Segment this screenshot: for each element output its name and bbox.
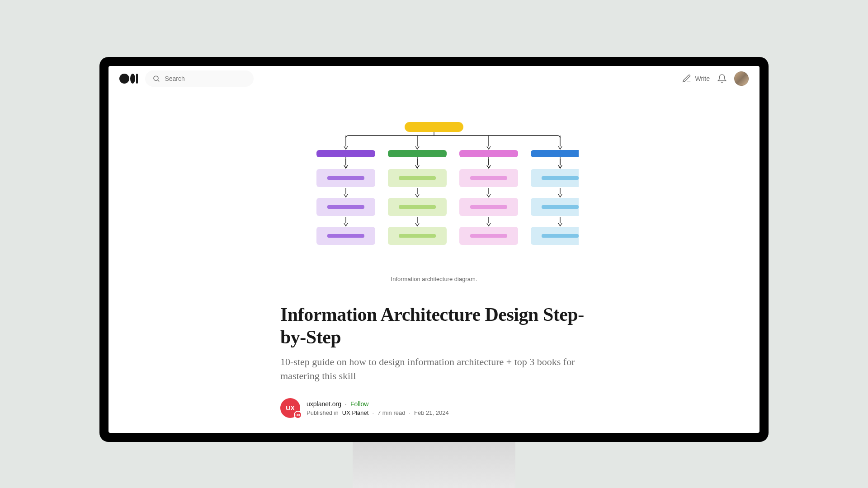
svg-rect-18 <box>327 176 364 180</box>
svg-rect-13 <box>388 150 447 157</box>
svg-rect-30 <box>327 205 364 209</box>
svg-rect-2 <box>405 122 463 132</box>
author-avatar-badge: UX <box>294 411 302 419</box>
svg-rect-45 <box>399 234 436 238</box>
svg-rect-27 <box>542 176 579 180</box>
article-title: Information Architecture Design Step-by-… <box>280 303 588 349</box>
read-time: 7 min read <box>377 409 405 416</box>
author-meta: uxplanet.org · Follow Published in UX Pl… <box>307 400 449 416</box>
search-icon <box>152 74 160 83</box>
ia-diagram-svg <box>289 118 579 254</box>
svg-rect-21 <box>399 176 436 180</box>
svg-rect-48 <box>470 234 507 238</box>
screen: Write Information architecture diagram. … <box>108 66 760 433</box>
svg-rect-51 <box>542 234 579 238</box>
svg-line-1 <box>158 80 159 81</box>
hero-diagram: Information architecture diagram. <box>289 118 579 282</box>
monitor-stand <box>353 442 515 488</box>
search-box[interactable] <box>145 70 254 87</box>
publication-link[interactable]: UX Planet <box>342 409 369 416</box>
notifications-icon[interactable] <box>717 74 727 84</box>
svg-rect-14 <box>459 150 518 157</box>
monitor-frame: Write Information architecture diagram. … <box>99 57 769 442</box>
hero-caption: Information architecture diagram. <box>289 276 579 282</box>
author-avatar[interactable]: UX UX <box>280 398 300 418</box>
publish-date: Feb 21, 2024 <box>414 409 449 416</box>
svg-rect-33 <box>399 205 436 209</box>
medium-logo[interactable] <box>119 74 138 84</box>
svg-point-0 <box>154 76 158 80</box>
write-label: Write <box>695 75 710 82</box>
article-subtitle: 10-step guide on how to design informati… <box>280 355 588 383</box>
svg-rect-42 <box>327 234 364 238</box>
follow-button[interactable]: Follow <box>350 400 368 408</box>
user-avatar[interactable] <box>734 71 749 86</box>
write-button[interactable]: Write <box>682 74 710 84</box>
write-icon <box>682 74 692 84</box>
author-badge-text: UX <box>295 413 300 417</box>
svg-rect-39 <box>542 205 579 209</box>
published-in-prefix: Published in <box>307 409 339 416</box>
svg-rect-36 <box>470 205 507 209</box>
svg-rect-15 <box>531 150 579 157</box>
topbar: Write <box>108 66 760 91</box>
author-avatar-text: UX <box>286 404 294 412</box>
search-input[interactable] <box>165 75 246 82</box>
author-row: UX UX uxplanet.org · Follow Published in <box>280 398 588 418</box>
article: Information Architecture Design Step-by-… <box>280 303 588 418</box>
svg-rect-24 <box>470 176 507 180</box>
content: Information architecture diagram. Inform… <box>108 91 760 433</box>
svg-rect-12 <box>316 150 375 157</box>
author-name[interactable]: uxplanet.org <box>307 400 341 408</box>
